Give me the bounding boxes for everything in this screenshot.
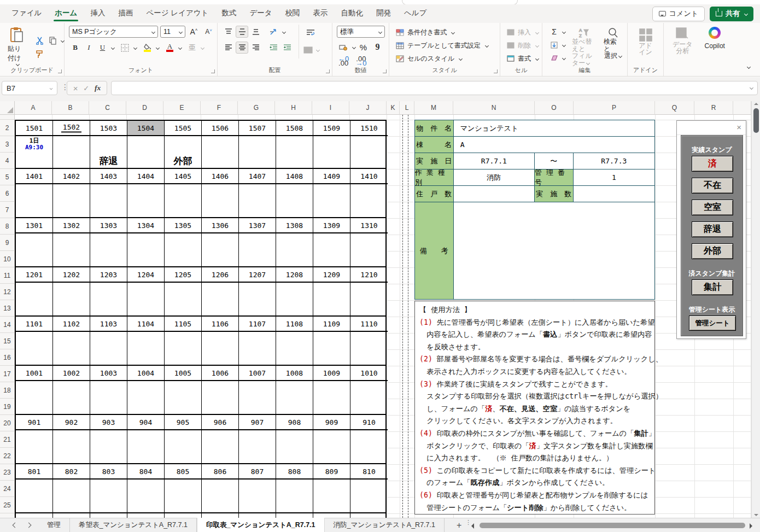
stamp-button-辞退[interactable]: 辞退 xyxy=(692,221,733,237)
stamp-button-管理シート[interactable]: 管理シート xyxy=(689,315,736,331)
column-header-E[interactable]: E xyxy=(163,101,201,115)
grid-cell[interactable] xyxy=(202,496,239,512)
ribbon-tab-ヘルプ[interactable]: ヘルプ xyxy=(398,5,432,22)
copy-button[interactable] xyxy=(46,34,59,46)
row-header-25[interactable]: 25 xyxy=(0,497,15,513)
grid-cell[interactable] xyxy=(53,153,90,169)
number-dialog-launcher[interactable] xyxy=(383,69,387,73)
property-form-value[interactable]: R7.7.1 xyxy=(454,153,535,169)
grid-cell[interactable] xyxy=(313,184,350,201)
grid-cell[interactable] xyxy=(127,332,165,348)
fill-color-button[interactable] xyxy=(141,42,154,54)
increase-indent-button[interactable] xyxy=(281,42,294,54)
grid-cell[interactable] xyxy=(350,283,388,299)
grid-cell[interactable] xyxy=(350,397,388,414)
row-header-1[interactable] xyxy=(0,115,15,120)
grid-cell[interactable]: 1507 xyxy=(239,121,276,136)
grid-cell[interactable]: 705 xyxy=(165,513,202,518)
grid-cell[interactable] xyxy=(165,430,202,447)
grid-cell[interactable]: 804 xyxy=(127,464,165,480)
grid-cell[interactable] xyxy=(90,381,127,397)
grid-cell[interactable] xyxy=(165,447,202,463)
grid-cell[interactable]: 1310 xyxy=(350,218,388,233)
grid-cell[interactable] xyxy=(350,299,388,315)
grid-cell[interactable]: 1106 xyxy=(202,317,239,332)
align-center-button[interactable] xyxy=(236,42,248,54)
grid-cell[interactable]: 1日A9:30 xyxy=(16,136,53,153)
data-analysis-button[interactable]: データ 分析 xyxy=(669,26,696,76)
wrap-text-button[interactable] xyxy=(304,26,317,38)
grid-cell[interactable]: 1108 xyxy=(276,317,313,332)
grid-cell[interactable] xyxy=(202,397,239,414)
comments-button[interactable]: コメント xyxy=(652,7,705,21)
grid-cell[interactable] xyxy=(127,299,165,315)
grid-cell[interactable] xyxy=(239,299,276,315)
grid-cell[interactable] xyxy=(202,201,239,217)
grid-cell[interactable]: 1001 xyxy=(16,366,53,381)
grid-cell[interactable] xyxy=(165,233,202,250)
grid-cell[interactable] xyxy=(53,480,90,496)
decrease-decimal-button[interactable]: .00 →0 xyxy=(354,55,367,67)
ribbon-tab-データ[interactable]: データ xyxy=(243,5,278,22)
grid-cell[interactable]: 1203 xyxy=(90,267,127,283)
grid-cell[interactable] xyxy=(239,348,276,365)
row-header-14[interactable]: 14 xyxy=(0,317,15,333)
grid-cell[interactable]: 1201 xyxy=(16,267,53,283)
grid-cell[interactable]: 907 xyxy=(239,415,276,430)
grid-cell[interactable] xyxy=(16,250,53,266)
insert-function-icon[interactable]: fx xyxy=(95,84,101,92)
grid-cell[interactable]: 1105 xyxy=(165,317,202,332)
grid-cell[interactable] xyxy=(165,136,202,153)
grid-cell[interactable]: 1503 xyxy=(90,121,127,136)
grid-cell[interactable]: 910 xyxy=(350,415,388,430)
prev-sheet-icon[interactable] xyxy=(13,523,18,528)
orientation-button[interactable] xyxy=(267,26,280,38)
grid-cell[interactable]: 1209 xyxy=(313,267,350,283)
grid-cell[interactable]: 1505 xyxy=(165,121,202,136)
grid-cell[interactable] xyxy=(202,233,239,250)
sheet-tab-消防_マンションテストA_R7.7.1[interactable]: 消防_マンションテストA_R7.7.1 xyxy=(325,518,445,532)
grid-cell[interactable]: 1506 xyxy=(202,121,239,136)
grid-cell[interactable]: 1402 xyxy=(53,169,90,184)
grid-cell[interactable] xyxy=(239,496,276,512)
sheet-tab-印取表_マンションテストA_R7.7.1[interactable]: 印取表_マンションテストA_R7.7.1 xyxy=(197,518,325,532)
scroll-up-icon[interactable] xyxy=(754,103,758,105)
grid-cell[interactable] xyxy=(313,201,350,217)
stamp-button-空室[interactable]: 空室 xyxy=(692,200,733,215)
font-color-button[interactable]: A xyxy=(163,42,176,54)
cut-button[interactable] xyxy=(33,34,46,46)
grid-cell[interactable] xyxy=(90,136,127,153)
vertical-scrollbar[interactable] xyxy=(751,101,760,518)
ribbon-tab-校閲[interactable]: 校閲 xyxy=(279,5,306,22)
property-form-value[interactable]: R7.7.3 xyxy=(574,153,654,169)
phonetic-button[interactable]: 亜 xyxy=(186,42,198,54)
grid-cell[interactable]: 1301 xyxy=(16,218,53,233)
grid-cell[interactable] xyxy=(53,381,90,397)
grid-cell[interactable] xyxy=(16,233,53,250)
grid-cell[interactable]: 1202 xyxy=(53,267,90,283)
column-header-K[interactable]: K xyxy=(387,101,400,115)
column-header-Q[interactable]: Q xyxy=(655,101,694,115)
grid-cell[interactable] xyxy=(313,348,350,365)
merge-center-button[interactable] xyxy=(302,44,314,56)
grid-cell[interactable] xyxy=(239,480,276,496)
column-header-A[interactable]: A xyxy=(15,101,52,115)
grid-cell[interactable] xyxy=(90,480,127,496)
grid-cell[interactable] xyxy=(165,397,202,414)
column-header-B[interactable]: B xyxy=(52,101,89,115)
grid-cell[interactable]: 1008 xyxy=(276,366,313,381)
grid-cell[interactable]: 1309 xyxy=(313,218,350,233)
column-header-H[interactable]: H xyxy=(275,101,312,115)
styles-dialog-launcher[interactable] xyxy=(494,69,498,73)
scroll-right-icon[interactable] xyxy=(750,523,752,529)
grid-cell[interactable]: 1508 xyxy=(276,121,313,136)
grid-cell[interactable] xyxy=(239,136,276,153)
grid-cell[interactable]: 1408 xyxy=(276,169,313,184)
ribbon-tab-開発[interactable]: 開発 xyxy=(370,5,397,22)
clear-button[interactable] xyxy=(548,52,560,64)
row-header-15[interactable]: 15 xyxy=(0,333,15,349)
grid-cell[interactable] xyxy=(16,496,53,512)
stamp-button-集計[interactable]: 集計 xyxy=(692,279,733,295)
property-form-value[interactable]: 〜 xyxy=(535,153,574,169)
grid-cell[interactable]: 701 xyxy=(16,513,53,518)
